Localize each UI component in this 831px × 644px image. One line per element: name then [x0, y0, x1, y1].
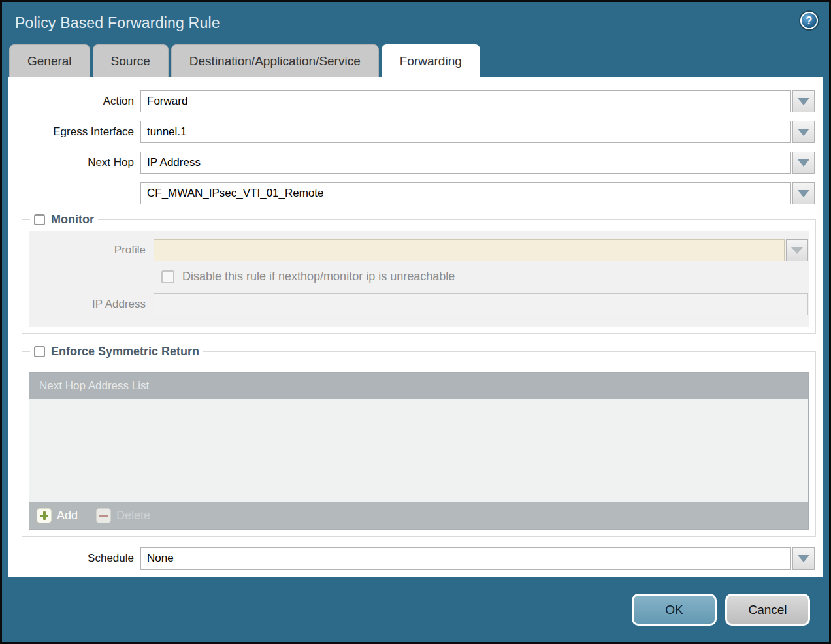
minus-icon: [96, 508, 111, 523]
profile-dropdown-button: [786, 239, 808, 261]
tab-destination-application-service[interactable]: Destination/Application/Service: [171, 44, 379, 77]
chevron-down-icon: [798, 98, 809, 105]
egress-interface-row: Egress Interface tunnel.1: [8, 121, 823, 143]
next-hop-type-value: IP Address: [147, 156, 201, 169]
help-icon[interactable]: ?: [800, 12, 818, 29]
enforce-symmetric-return-legend: Enforce Symmetric Return: [30, 345, 203, 359]
monitor-section: Monitor Profile Disable: [22, 213, 816, 334]
add-button-label: Add: [57, 509, 78, 523]
schedule-value: None: [147, 552, 174, 565]
next-hop-address-row: CF_MWAN_IPsec_VTI_01_Remote: [8, 182, 823, 204]
dialog-footer: OK Cancel: [2, 577, 829, 642]
next-hop-address-dropdown-button[interactable]: [792, 182, 815, 204]
tab-destination-application-service-label: Destination/Application/Service: [189, 54, 361, 68]
action-value: Forward: [147, 95, 187, 108]
help-icon-glyph: ?: [806, 15, 813, 27]
next-hop-type-input[interactable]: IP Address: [140, 152, 791, 174]
cancel-button[interactable]: Cancel: [725, 594, 810, 626]
tab-general[interactable]: General: [9, 44, 90, 77]
action-label: Action: [8, 95, 140, 108]
tab-source-label: Source: [111, 54, 150, 68]
chevron-down-icon: [791, 247, 803, 254]
schedule-input[interactable]: None: [140, 547, 791, 570]
monitor-label: Monitor: [51, 213, 94, 227]
plus-icon: [37, 508, 52, 523]
policy-based-forwarding-dialog: Policy Based Forwarding Rule ? General S…: [0, 0, 831, 644]
action-dropdown-button[interactable]: [792, 90, 815, 112]
tab-forwarding-label: Forwarding: [400, 54, 462, 68]
table-header: Next Hop Address List: [29, 373, 808, 399]
enforce-symmetric-return-section: Enforce Symmetric Return Next Hop Addres…: [22, 345, 816, 537]
monitor-checkbox[interactable]: [34, 214, 45, 225]
next-hop-address-list-table: Next Hop Address List Add Delete: [29, 372, 809, 530]
add-button[interactable]: Add: [37, 508, 78, 523]
schedule-label: Schedule: [8, 552, 140, 565]
profile-input: [154, 239, 785, 261]
tab-general-label: General: [27, 54, 72, 68]
monitor-legend: Monitor: [30, 213, 98, 227]
egress-interface-dropdown-button[interactable]: [792, 121, 815, 143]
next-hop-address-input[interactable]: CF_MWAN_IPsec_VTI_01_Remote: [140, 182, 791, 204]
next-hop-type-dropdown-button[interactable]: [792, 152, 815, 174]
tab-source[interactable]: Source: [93, 44, 169, 77]
action-input[interactable]: Forward: [140, 90, 791, 112]
monitor-ip-address-label: IP Address: [29, 298, 154, 311]
dialog-title: Policy Based Forwarding Rule: [15, 14, 220, 32]
monitor-ip-address-input: [154, 293, 808, 315]
table-footer: Add Delete: [29, 502, 808, 529]
dialog-titlebar: Policy Based Forwarding Rule ?: [2, 2, 829, 44]
disable-rule-row: Disable this rule if nexthop/monitor ip …: [161, 270, 809, 283]
delete-button: Delete: [96, 508, 150, 523]
schedule-dropdown-button[interactable]: [792, 547, 815, 570]
chevron-down-icon: [798, 555, 809, 562]
disable-rule-label: Disable this rule if nexthop/monitor ip …: [182, 270, 455, 283]
monitor-panel: Profile Disable this rule if nexthop/mon…: [29, 231, 809, 327]
tab-bar: General Source Destination/Application/S…: [2, 44, 829, 77]
table-body-empty[interactable]: [29, 399, 808, 502]
disable-rule-checkbox: [161, 270, 174, 283]
egress-interface-label: Egress Interface: [8, 125, 140, 138]
chevron-down-icon: [798, 190, 809, 197]
chevron-down-icon: [798, 129, 809, 136]
next-hop-address-value: CF_MWAN_IPsec_VTI_01_Remote: [147, 187, 324, 200]
egress-interface-input[interactable]: tunnel.1: [140, 121, 791, 143]
ok-button[interactable]: OK: [632, 594, 717, 626]
enforce-symmetric-return-label: Enforce Symmetric Return: [51, 345, 199, 359]
profile-row: Profile: [29, 239, 809, 261]
table-header-label: Next Hop Address List: [39, 379, 149, 392]
enforce-symmetric-return-checkbox[interactable]: [34, 346, 45, 357]
profile-label: Profile: [29, 244, 154, 257]
tab-forwarding[interactable]: Forwarding: [382, 44, 480, 77]
egress-interface-value: tunnel.1: [147, 125, 187, 138]
forwarding-tab-panel: Action Forward Egress Interface tunnel.1: [8, 77, 823, 577]
monitor-ip-address-row: IP Address: [29, 293, 809, 315]
next-hop-label: Next Hop: [8, 156, 140, 169]
delete-button-label: Delete: [116, 509, 150, 523]
chevron-down-icon: [798, 159, 809, 167]
action-row: Action Forward: [8, 90, 823, 112]
next-hop-row: Next Hop IP Address: [8, 152, 823, 174]
schedule-row: Schedule None: [8, 547, 823, 570]
